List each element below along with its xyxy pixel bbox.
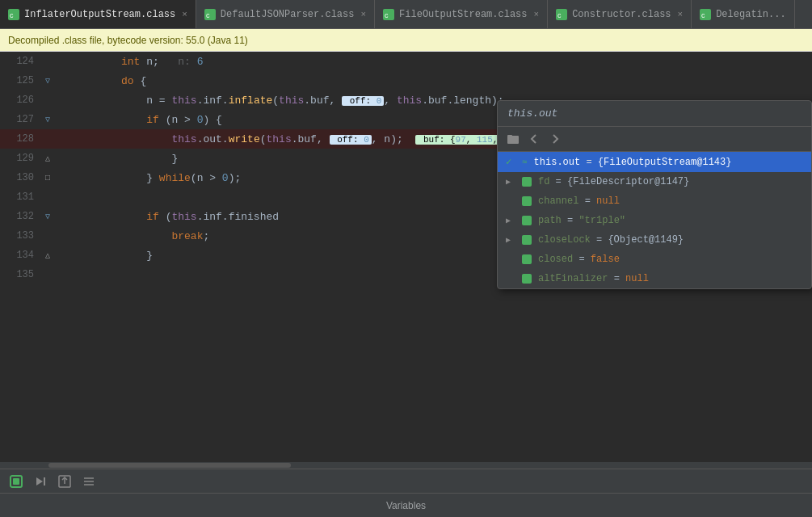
tab-close-fileoutput[interactable]: ×: [534, 10, 540, 19]
line-num-135: 135: [0, 269, 40, 280]
expand-closelock[interactable]: ▶: [506, 235, 517, 245]
field-val-path: "tr1ple": [578, 215, 625, 226]
tab-label-inflater: InflaterOutputStream.class: [24, 9, 175, 20]
line-num-131: 131: [0, 191, 40, 203]
tab-label-fileoutput: FileOutputStream.class: [399, 9, 527, 20]
tab-close-constructor[interactable]: ×: [678, 10, 684, 19]
field-val-closelock: {Object@1149}: [608, 234, 684, 246]
popup-text-closed: closed = false: [538, 254, 803, 265]
bottom-toolbar: [0, 469, 812, 493]
line-num-129: 129: [0, 153, 40, 164]
field-val-closed: false: [591, 254, 620, 265]
tab-constructor[interactable]: c Constructor.class ×: [548, 0, 692, 28]
popup-toolbar: [498, 127, 811, 152]
tab-icon-jsonparser: c: [204, 9, 216, 20]
field-name-fd: fd: [538, 176, 549, 187]
svg-rect-14: [44, 477, 45, 485]
tab-fileoutput[interactable]: c FileOutputStream.class ×: [375, 0, 548, 28]
popup-item-path[interactable]: ▶ path = "tr1ple": [498, 211, 811, 230]
tag-icon-closed: [522, 254, 532, 264]
expand-this-out[interactable]: ✓: [506, 156, 517, 168]
tab-close-jsonparser[interactable]: ×: [360, 10, 366, 19]
record-button[interactable]: [6, 472, 26, 491]
line-num-127: 127: [0, 114, 40, 125]
svg-rect-13: [13, 478, 19, 485]
field-eq-channel: =: [585, 195, 596, 207]
folder-icon: [507, 132, 520, 145]
svg-rect-10: [507, 136, 519, 144]
tab-icon-inflater: c: [8, 9, 19, 20]
field-eq-this-out: =: [586, 157, 597, 168]
warning-bar: Decompiled .class file, bytecode version…: [0, 29, 812, 52]
gutter-127: ▽: [40, 115, 55, 124]
expand-fd[interactable]: ▶: [506, 177, 517, 187]
tag-icon-channel: [522, 196, 532, 206]
popup-item-altfinalizer[interactable]: altFinalizer = null: [498, 269, 811, 288]
field-eq-fd: =: [556, 176, 567, 187]
popup-text-altfinalizer: altFinalizer = null: [538, 273, 803, 284]
expand-path[interactable]: ▶: [506, 216, 517, 225]
field-eq-altfinalizer: =: [614, 273, 625, 284]
line-num-124: 124: [0, 56, 40, 67]
tab-jsonparser[interactable]: c DefaultJSONParser.class ×: [196, 0, 375, 28]
svg-rect-11: [507, 135, 512, 137]
svg-text:c: c: [701, 11, 705, 19]
popup-text-this-out: this.out = {FileOutputStream@1143}: [534, 157, 803, 168]
svg-text:c: c: [10, 11, 14, 19]
double-dot-icon: ≈: [522, 158, 528, 167]
arrow-125: ▽: [45, 76, 50, 86]
expand-closed: [506, 255, 517, 264]
line-num-128: 128: [0, 133, 40, 145]
popup-item-channel[interactable]: channel = null: [498, 191, 811, 211]
tab-delegatin[interactable]: c Delegatin...: [692, 0, 794, 28]
tag-icon-path: [522, 216, 532, 225]
tab-close-inflater[interactable]: ×: [182, 10, 187, 19]
debug-popup: this.out: [497, 100, 812, 289]
field-val-fd: {FileDescriptor@1147}: [567, 176, 689, 187]
line-num-125: 125: [0, 75, 40, 86]
popup-text-channel: channel = null: [538, 195, 803, 207]
line-num-132: 132: [0, 211, 40, 222]
arrow-left-icon: [528, 132, 541, 145]
popup-item-closed[interactable]: closed = false: [498, 250, 811, 269]
field-name-altfinalizer: altFinalizer: [538, 273, 608, 284]
popup-back-btn[interactable]: [525, 130, 543, 148]
arrow-130: □: [45, 174, 50, 183]
popup-header: this.out: [498, 101, 811, 127]
field-val-this-out: {FileOutputStream@1143}: [598, 157, 732, 168]
gutter-132: ▽: [40, 212, 55, 221]
arrow-129: △: [45, 153, 50, 163]
line-num-134: 134: [0, 250, 40, 261]
popup-item-fd[interactable]: ▶ fd = {FileDescriptor@1147}: [498, 172, 811, 191]
field-name-closelock: closeLock: [538, 234, 591, 246]
svg-text:c: c: [206, 11, 210, 19]
tab-label-jsonparser: DefaultJSONParser.class: [221, 9, 355, 20]
line-num-126: 126: [0, 95, 40, 106]
popup-item-closelock[interactable]: ▶ closeLock = {Object@1149}: [498, 230, 811, 250]
popup-text-fd: fd = {FileDescriptor@1147}: [538, 176, 803, 187]
line-num-130: 130: [0, 172, 40, 183]
popup-folder-btn[interactable]: [504, 130, 522, 148]
svg-text:c: c: [557, 11, 562, 19]
field-name-channel: channel: [538, 195, 578, 207]
warning-text: Decompiled .class file, bytecode version…: [8, 35, 248, 46]
list-button[interactable]: [79, 472, 99, 491]
tab-inflater[interactable]: c InflaterOutputStream.class ×: [0, 0, 196, 28]
tag-icon-altfinalizer: [522, 274, 532, 284]
popup-item-this-out[interactable]: ✓ ≈ this.out = {FileOutputStream@1143}: [498, 152, 811, 172]
gutter-125: ▽: [40, 76, 55, 86]
expand-altfinalizer: [506, 275, 517, 284]
export-button[interactable]: [55, 472, 74, 491]
field-name-path: path: [538, 215, 562, 226]
arrow-127: ▽: [45, 115, 50, 124]
popup-forward-btn[interactable]: [546, 130, 564, 148]
tab-label-delegatin: Delegatin...: [716, 9, 785, 20]
tag-icon-closelock: [522, 235, 532, 245]
horizontal-scrollbar[interactable]: [0, 462, 812, 469]
scrollbar-thumb[interactable]: [48, 463, 291, 468]
variables-label: Variables: [386, 500, 426, 511]
svg-text:c: c: [385, 11, 389, 19]
skip-forward-button[interactable]: [31, 472, 50, 491]
tab-label-constructor: Constructor.class: [572, 9, 671, 20]
field-name-this-out: this.out: [534, 157, 581, 168]
